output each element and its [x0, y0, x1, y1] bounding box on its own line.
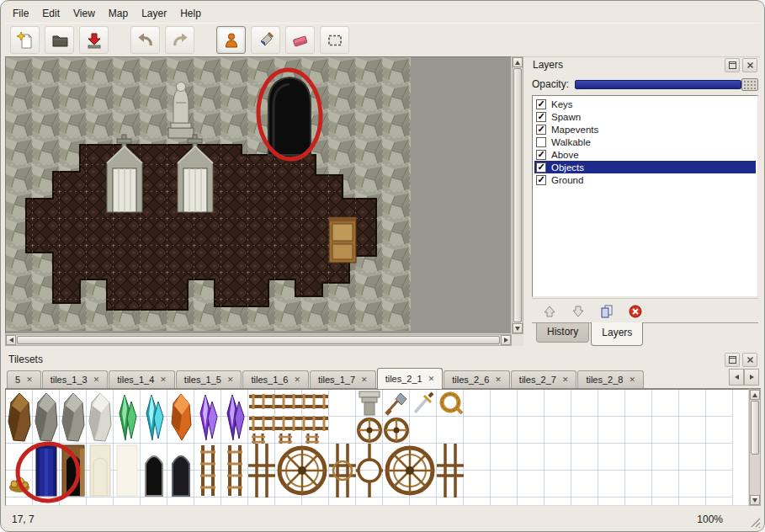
layer-checkbox[interactable]: ✓	[536, 112, 546, 122]
opacity-label: Opacity:	[532, 78, 569, 90]
scroll-down-button[interactable]	[513, 323, 523, 333]
layer-checkbox[interactable]: ✓	[536, 175, 546, 185]
layer-row[interactable]: ✓ Mapevents	[534, 123, 756, 136]
brush-tool-button[interactable]	[251, 26, 280, 54]
eraser-tool-button[interactable]	[285, 26, 315, 54]
layer-checkbox[interactable]: ✓	[536, 150, 546, 160]
tab-label: tiles_1_5	[184, 375, 221, 385]
tab-close-icon[interactable]: ✕	[361, 376, 368, 384]
tab-scroll-left-button[interactable]	[729, 369, 744, 386]
tab-label: tiles_2_8	[586, 375, 623, 385]
layer-row[interactable]: ✓ Keys	[534, 98, 756, 110]
arrow-down-icon	[515, 327, 520, 331]
resize-grip[interactable]	[748, 515, 762, 529]
map-vscroll-thumb[interactable]	[513, 68, 522, 322]
tab-close-icon[interactable]: ✕	[295, 376, 301, 384]
layer-row[interactable]: Walkable	[534, 136, 756, 148]
tileset-tab[interactable]: tiles_1_4✕	[109, 370, 175, 388]
tab-close-icon[interactable]: ✕	[160, 376, 167, 384]
layer-row-selected[interactable]: ✓ Objects	[534, 161, 756, 173]
scrollbar-corner	[512, 334, 523, 346]
tile-wheel-large	[279, 448, 325, 493]
tab-close-icon[interactable]: ✕	[26, 376, 33, 384]
brush-icon	[257, 31, 275, 50]
tab-label: 5	[15, 375, 20, 385]
layer-checkbox[interactable]	[536, 137, 546, 147]
scroll-right-button[interactable]	[501, 335, 511, 345]
tileset-tab[interactable]: tiles_2_7✕	[511, 370, 577, 388]
tileset-tab[interactable]: tiles_2_6✕	[444, 370, 510, 388]
undo-arrow-icon	[136, 31, 155, 50]
slider-handle[interactable]	[741, 78, 758, 91]
slider-fill	[575, 80, 741, 89]
layer-checkbox[interactable]: ✓	[536, 162, 546, 173]
map-hscrollbar[interactable]	[5, 334, 512, 346]
new-file-icon	[16, 31, 35, 50]
map-viewport	[5, 56, 512, 334]
tilesets-panel-title: Tilesets	[8, 354, 722, 365]
layer-checkbox[interactable]: ✓	[536, 99, 546, 109]
map-vscrollbar[interactable]	[512, 56, 523, 334]
tab-close-icon[interactable]: ✕	[227, 376, 234, 384]
tileset-canvas[interactable]	[6, 390, 748, 505]
raise-layer-button[interactable]	[539, 301, 560, 321]
tileset-vscroll-thumb[interactable]	[751, 401, 759, 455]
map-canvas[interactable]	[6, 57, 511, 333]
layer-row[interactable]: ✓ Above	[534, 148, 756, 161]
tileset-tab[interactable]: tiles_1_7✕	[310, 370, 376, 388]
arrow-right-icon	[750, 375, 754, 380]
tab-scroll-right-button[interactable]	[744, 369, 759, 386]
tile-blue-door[interactable]	[36, 445, 56, 496]
new-button[interactable]	[10, 26, 40, 54]
layer-row[interactable]: ✓ Ground	[534, 173, 756, 186]
opacity-slider[interactable]	[575, 77, 758, 91]
stamp-tool-button[interactable]	[216, 26, 246, 54]
menu-item-map[interactable]: Map	[102, 4, 135, 23]
scroll-left-button[interactable]	[6, 335, 16, 345]
menubar: File Edit View Map Layer Help	[6, 3, 759, 23]
tileset-tab[interactable]: 5✕	[7, 370, 41, 388]
delete-icon	[628, 304, 643, 319]
lower-layer-button[interactable]	[568, 301, 588, 321]
save-button[interactable]	[79, 26, 109, 54]
arrow-down-outline-icon	[571, 304, 586, 319]
tileset-tab[interactable]: tiles_1_6✕	[242, 370, 309, 388]
redo-arrow-icon	[171, 31, 189, 50]
layer-checkbox[interactable]: ✓	[536, 125, 546, 135]
close-icon	[746, 355, 755, 364]
duplicate-layer-button[interactable]	[597, 301, 617, 321]
tileset-tab[interactable]: tiles_1_5✕	[176, 370, 242, 388]
tab-close-icon[interactable]: ✕	[93, 376, 100, 384]
delete-layer-button[interactable]	[625, 301, 645, 321]
menu-item-file[interactable]: File	[6, 4, 35, 23]
close-panel-button[interactable]	[742, 58, 757, 72]
select-tool-button[interactable]	[320, 26, 349, 54]
tab-close-icon[interactable]: ✕	[562, 376, 569, 384]
tab-layers[interactable]: Layers	[591, 322, 643, 346]
tileset-tab-active[interactable]: tiles_2_1✕	[377, 368, 444, 389]
tab-close-icon[interactable]: ✕	[495, 376, 502, 384]
tileset-vscrollbar[interactable]	[749, 389, 761, 506]
layers-panel: Layers Opacity: ✓ Keys ✓ Spawn	[529, 56, 761, 346]
menu-item-edit[interactable]: Edit	[35, 4, 66, 23]
scroll-down-button[interactable]	[750, 495, 760, 505]
close-panel-button[interactable]	[742, 353, 757, 367]
tab-close-icon[interactable]: ✕	[428, 375, 435, 383]
float-panel-button[interactable]	[725, 353, 740, 367]
scroll-up-button[interactable]	[513, 57, 523, 67]
open-button[interactable]	[45, 26, 74, 54]
float-panel-button[interactable]	[725, 58, 740, 72]
scroll-up-button[interactable]	[750, 390, 760, 400]
menu-item-layer[interactable]: Layer	[135, 4, 173, 23]
menu-item-help[interactable]: Help	[173, 4, 208, 23]
redo-button[interactable]	[165, 26, 194, 54]
tileset-tab[interactable]: tiles_2_8✕	[577, 370, 644, 388]
tileset-tab[interactable]: tiles_1_3✕	[42, 370, 109, 388]
toolbar	[5, 23, 760, 57]
undo-button[interactable]	[130, 26, 160, 54]
tab-history[interactable]: History	[536, 323, 589, 343]
layer-row[interactable]: ✓ Spawn	[534, 110, 756, 123]
menu-item-view[interactable]: View	[66, 4, 102, 23]
map-hscroll-thumb[interactable]	[17, 336, 500, 344]
tab-close-icon[interactable]: ✕	[629, 376, 635, 384]
